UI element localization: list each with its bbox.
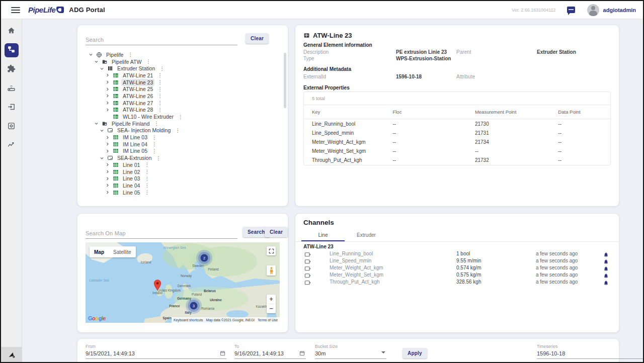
zoom-out-button[interactable]: − <box>267 304 276 313</box>
tree-node-label[interactable]: WL10 - Wire Extruder <box>121 113 175 120</box>
channel-name[interactable]: Line_Speed_mmin <box>330 258 371 263</box>
chevron-down-icon[interactable] <box>88 52 94 58</box>
tree-node-label[interactable]: Line 01 <box>121 161 141 168</box>
node-menu-icon[interactable]: ⋮ <box>157 93 163 99</box>
tree-node-label[interactable]: Pipelife <box>105 51 125 58</box>
node-menu-icon[interactable]: ⋮ <box>152 141 157 147</box>
calendar-icon[interactable] <box>299 350 305 356</box>
node-menu-icon[interactable]: ⋮ <box>146 59 151 64</box>
europe-map[interactable]: GreenlandIcelandNorwegian SeaLabrador Se… <box>86 242 280 323</box>
map-cluster-sweden[interactable]: 2 <box>196 249 213 268</box>
tree-node-label[interactable]: IM Line 03 <box>121 134 149 141</box>
node-menu-icon[interactable]: ⋮ <box>144 190 149 195</box>
node-menu-icon[interactable]: ⋮ <box>178 114 183 120</box>
chevron-right-icon[interactable] <box>104 79 110 85</box>
chevron-right-icon[interactable] <box>104 148 110 154</box>
chat-icon[interactable] <box>567 7 575 13</box>
chevron-right-icon[interactable] <box>104 190 110 196</box>
tree-node-label[interactable]: Extruder Station <box>116 65 156 72</box>
map-type-satellite-button[interactable]: Satellite <box>109 249 136 255</box>
tree-node-label[interactable]: ATW-Line 28 <box>121 106 154 113</box>
sidebar-item-package-settings[interactable] <box>5 120 19 134</box>
chevron-down-icon[interactable] <box>93 59 99 65</box>
tree-node-label[interactable]: ATW-Line 23 <box>121 79 154 86</box>
sidebar-item-plugin[interactable] <box>5 62 19 76</box>
fullscreen-icon[interactable] <box>267 246 276 255</box>
channel-name[interactable]: Meter_Weight_Act_kgm <box>330 265 383 270</box>
hamburger-icon[interactable] <box>11 7 20 13</box>
from-datetime-input[interactable]: 9/15/2021, 14:49:13 <box>86 350 226 359</box>
tree-node-label[interactable]: IM Line 04 <box>121 141 149 148</box>
tree-node-label[interactable]: PipeLife Finland <box>110 120 151 127</box>
chevron-right-icon[interactable] <box>104 93 110 99</box>
tab-line[interactable]: Line <box>301 230 345 241</box>
bell-icon[interactable] <box>603 279 609 285</box>
map-search-input[interactable]: Search On Map <box>86 228 237 239</box>
chevron-right-icon[interactable] <box>104 100 110 106</box>
bell-icon[interactable] <box>603 250 609 256</box>
chevron-down-icon[interactable] <box>99 127 105 133</box>
map-clear-button[interactable]: Clear <box>265 227 288 237</box>
channel-name[interactable]: Meter_Weight_Set_kgm <box>330 272 383 278</box>
chevron-right-icon[interactable] <box>104 134 110 140</box>
chevron-right-icon[interactable] <box>104 72 110 78</box>
chevron-right-icon[interactable] <box>104 86 110 92</box>
node-menu-icon[interactable]: ⋮ <box>128 52 133 57</box>
tree-node-label[interactable]: Line 02 <box>121 168 141 175</box>
node-menu-icon[interactable]: ⋮ <box>144 162 149 167</box>
chevron-right-icon[interactable] <box>104 107 110 113</box>
chevron-down-icon[interactable] <box>99 155 105 161</box>
node-menu-icon[interactable]: ⋮ <box>175 128 180 133</box>
tree-node-label[interactable]: ATW-Line 26 <box>121 93 154 100</box>
tree-node-label[interactable]: IM Line 05 <box>121 147 149 154</box>
apply-button[interactable]: Apply <box>403 348 427 358</box>
map-type-map-button[interactable]: Map <box>90 249 109 255</box>
tree-node-label[interactable]: Line 05 <box>121 189 141 196</box>
node-menu-icon[interactable]: ⋮ <box>144 176 149 182</box>
username[interactable]: adgiotadmin <box>603 7 636 13</box>
tree-node-label[interactable]: ATW-Line 25 <box>121 85 154 93</box>
calendar-icon[interactable] <box>220 350 225 356</box>
bell-icon[interactable] <box>603 257 609 263</box>
node-menu-icon[interactable]: ⋮ <box>157 79 163 85</box>
tree-node-label[interactable]: Pipelife ATW <box>110 58 143 65</box>
tree-node-label[interactable]: Line 03 <box>121 175 141 182</box>
node-menu-icon[interactable]: ⋮ <box>157 100 163 106</box>
sidebar-item-home[interactable] <box>5 24 19 38</box>
chevron-right-icon[interactable] <box>104 183 110 189</box>
tree-node-label[interactable]: SEA-Extrusion <box>116 154 153 161</box>
chevron-right-icon[interactable] <box>104 141 110 147</box>
node-menu-icon[interactable]: ⋮ <box>157 107 163 113</box>
tree-node-label[interactable]: Line 04 <box>121 182 141 189</box>
node-menu-icon[interactable]: ⋮ <box>144 169 149 174</box>
tree-scrollbar[interactable] <box>284 53 286 108</box>
sidebar-item-gateway[interactable] <box>5 81 19 96</box>
tree-clear-button[interactable]: Clear <box>246 33 269 44</box>
node-menu-icon[interactable]: ⋮ <box>152 148 157 154</box>
tree-node-label[interactable]: ATW-Line 21 <box>121 72 154 79</box>
tab-extruder[interactable]: Extruder <box>345 230 388 241</box>
chevron-right-icon[interactable] <box>104 169 110 175</box>
zoom-in-button[interactable]: + <box>267 295 276 304</box>
sidebar-item-import[interactable] <box>5 101 19 115</box>
pegman-icon[interactable] <box>267 265 276 276</box>
map-cluster-austria[interactable]: 3 <box>185 297 202 316</box>
node-menu-icon[interactable]: ⋮ <box>159 66 165 71</box>
node-menu-icon[interactable]: ⋮ <box>144 183 149 188</box>
terms-link[interactable]: Terms of Use <box>258 318 278 322</box>
channel-name[interactable]: Through_Put_Act_kgh <box>330 279 380 285</box>
node-menu-icon[interactable]: ⋮ <box>156 155 161 161</box>
tree-search-input[interactable]: Search <box>86 34 237 45</box>
node-menu-icon[interactable]: ⋮ <box>157 72 163 78</box>
sidebar-item-trend-chart[interactable] <box>5 139 19 153</box>
channel-name[interactable]: Line_Running_bool <box>330 251 373 256</box>
tree-node-label[interactable]: ATW-Line 27 <box>121 100 154 107</box>
to-datetime-input[interactable]: 9/16/2021, 14:49:13 <box>234 350 306 359</box>
sidebar-item-element-tree[interactable] <box>5 43 19 57</box>
avatar[interactable] <box>587 4 599 16</box>
chevron-down-icon[interactable] <box>99 65 105 71</box>
keyboard-shortcuts-link[interactable]: Keyboard shortcuts <box>174 318 203 322</box>
chevron-down-icon[interactable] <box>93 121 99 127</box>
node-menu-icon[interactable]: ⋮ <box>157 86 163 92</box>
node-menu-icon[interactable]: ⋮ <box>152 135 157 140</box>
